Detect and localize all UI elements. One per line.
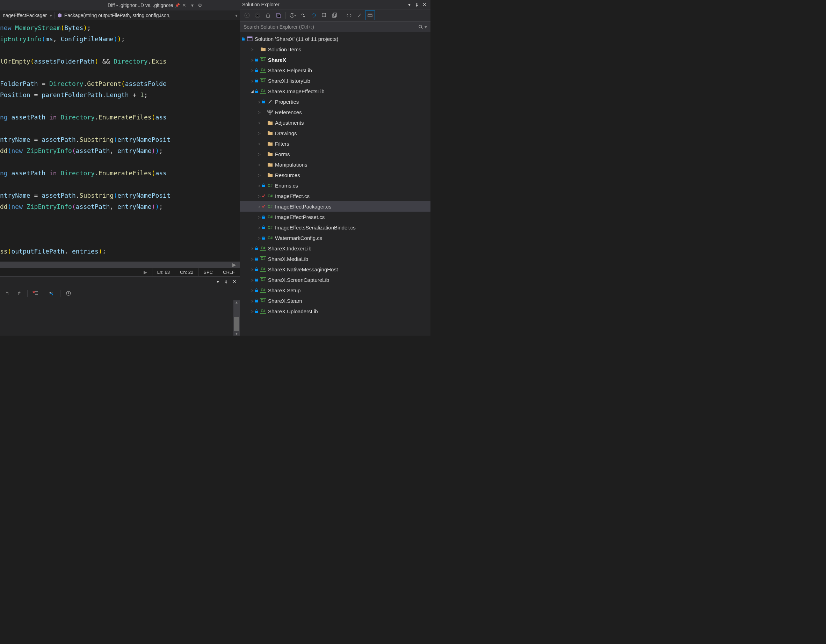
history-icon[interactable]	[63, 288, 74, 299]
tree-item[interactable]: ▷C#ShareX.Setup	[240, 285, 430, 296]
nav-back-icon[interactable]	[242, 11, 252, 20]
status-col[interactable]: Ch: 22	[175, 268, 198, 276]
expander-icon[interactable]: ▷	[250, 257, 255, 261]
expander-icon[interactable]: ▷	[257, 226, 262, 229]
expander-icon[interactable]: ▷	[257, 163, 262, 167]
show-all-files-icon[interactable]	[330, 11, 340, 20]
status-spc[interactable]: SPC	[198, 268, 218, 276]
collapse-all-icon[interactable]	[319, 11, 329, 20]
breadcrumb-method[interactable]: Package(string outputFilePath, string co…	[54, 12, 173, 18]
expander-icon[interactable]: ▷	[257, 215, 262, 219]
editor-hscrollbar[interactable]: ▶	[0, 262, 240, 268]
tree-item[interactable]: ▷C#ShareX.HistoryLib	[240, 76, 430, 86]
refresh-icon[interactable]	[309, 11, 319, 20]
nav-fwd-icon[interactable]	[253, 11, 262, 20]
expander-icon[interactable]: ▷	[250, 278, 255, 282]
tree-item[interactable]: ▷C#ShareX.ScreenCaptureLib	[240, 274, 430, 285]
tab-pin-icon[interactable]: 📌	[175, 3, 180, 8]
expander-icon[interactable]: ▷	[250, 246, 255, 251]
tree-item[interactable]: ▷C#ShareX.UploadersLib	[240, 306, 430, 316]
breadcrumb-class[interactable]: nageEffectPackager	[0, 12, 50, 18]
tree-item[interactable]: ▷References	[240, 107, 430, 117]
expander-icon[interactable]: ▷	[257, 173, 262, 177]
expander-icon[interactable]: ▷	[250, 268, 255, 271]
expander-icon[interactable]: ▷	[257, 205, 262, 209]
se-close-icon[interactable]: ✕	[421, 1, 429, 8]
expander-icon[interactable]: ▷	[250, 48, 255, 51]
tree-item[interactable]: ▷C#ShareX.MediaLib	[240, 254, 430, 264]
tree-root[interactable]: Solution 'ShareX' (11 of 11 projects)	[240, 34, 430, 44]
view-code-icon[interactable]	[344, 11, 354, 20]
switch-views-icon[interactable]	[273, 11, 283, 20]
expander-icon[interactable]: ▷	[250, 79, 255, 83]
tree-item[interactable]: ▷Drawings	[240, 128, 430, 138]
tree-item[interactable]: ▷C#ImageEffect.cs	[240, 191, 430, 201]
expander-icon[interactable]: ▷	[257, 194, 262, 198]
scroll-up-icon[interactable]: ▲	[235, 300, 238, 304]
tree-item[interactable]: ▷Manipulations	[240, 159, 430, 170]
se-pin-icon[interactable]	[413, 1, 421, 8]
solution-explorer-search[interactable]: ▾	[240, 22, 430, 32]
tree-item[interactable]: ▷C#WatermarkConfig.cs	[240, 232, 430, 243]
tree-item[interactable]: ▷C#ImageEffectsSerializationBinder.cs	[240, 222, 430, 232]
home-icon[interactable]	[263, 11, 273, 20]
tree-item[interactable]: ▷C#ImageEffectPackager.cs	[240, 201, 430, 212]
tab-diff[interactable]: Diff - .gitignor...D vs. .gitignore 📌 ✕	[105, 0, 189, 11]
tab-close-icon[interactable]: ✕	[182, 2, 186, 8]
scroll-down-icon[interactable]: ▼	[235, 332, 238, 336]
sync-icon[interactable]	[298, 11, 308, 20]
bottom-pin-icon[interactable]	[222, 278, 230, 285]
expander-icon[interactable]: ▷	[250, 68, 255, 72]
expander-icon[interactable]: ▷	[257, 110, 262, 114]
tree-item[interactable]: ▷Forms	[240, 149, 430, 159]
tree-item[interactable]: ▷C#ImageEffectPreset.cs	[240, 212, 430, 222]
tree-item[interactable]: ▷C#Enums.cs	[240, 180, 430, 191]
search-dropdown-icon[interactable]: ▾	[423, 24, 427, 30]
expander-icon[interactable]: ▷	[250, 288, 255, 292]
tree-item[interactable]: ▷Adjustments	[240, 117, 430, 128]
expander-icon[interactable]: ▷	[257, 131, 262, 135]
expander-icon[interactable]: ▷	[250, 310, 255, 313]
expander-icon[interactable]: ▷	[257, 152, 262, 156]
bottom-close-icon[interactable]: ✕	[231, 278, 238, 285]
tree-item[interactable]: ▷Solution Items	[240, 44, 430, 54]
tree-item[interactable]: ▷C#ShareX.HelpersLib	[240, 65, 430, 76]
bottom-dropdown-icon[interactable]: ▾	[214, 278, 222, 285]
tree-item[interactable]: ▷C#ShareX	[240, 54, 430, 65]
status-line[interactable]: Ln: 63	[152, 268, 175, 276]
expander-icon[interactable]: ▷	[257, 100, 262, 104]
code-editor[interactable]: new MemoryStream(Bytes); ipEntryInfo(ms,…	[0, 20, 240, 262]
expander-icon[interactable]: ▷	[257, 142, 262, 146]
tree-item[interactable]: ▷C#ShareX.NativeMessagingHost	[240, 264, 430, 274]
status-play-icon[interactable]: ▶	[139, 268, 152, 276]
properties-icon[interactable]	[355, 11, 365, 20]
tree-item[interactable]: ▷C#ShareX.Steam	[240, 296, 430, 306]
preview-selected-icon[interactable]	[365, 11, 375, 20]
arrow-right-up-icon[interactable]: ↱	[14, 288, 25, 299]
expander-icon[interactable]: ▷	[257, 121, 262, 125]
se-dropdown-icon[interactable]: ▾	[405, 1, 413, 8]
arrow-left-up-icon[interactable]: ↰	[2, 288, 12, 299]
search-loop-icon[interactable]: ab	[47, 288, 57, 299]
expander-icon[interactable]: ▷	[257, 184, 262, 187]
tree-item[interactable]: ▷Filters	[240, 138, 430, 149]
tree-item[interactable]: ▷C#ShareX.IndexerLib	[240, 243, 430, 254]
pending-changes-icon[interactable]: ▾	[288, 11, 298, 20]
expander-icon[interactable]: ◢	[250, 90, 255, 93]
scroll-right-icon[interactable]: ▶	[229, 262, 240, 268]
expander-icon[interactable]: ▷	[250, 58, 255, 62]
breadcrumb-class-dropdown-icon[interactable]: ▾	[50, 12, 54, 18]
tab-dropdown-icon[interactable]: ▾	[189, 2, 196, 8]
search-icon[interactable]	[416, 25, 423, 29]
tab-gear-icon[interactable]: ⚙	[196, 2, 204, 8]
clear-list-icon[interactable]	[30, 288, 41, 299]
expander-icon[interactable]: ▷	[257, 236, 262, 240]
tree-item[interactable]: ▷Resources	[240, 170, 430, 180]
tree-item[interactable]: ▷Properties	[240, 96, 430, 107]
expander-icon[interactable]: ▷	[250, 299, 255, 303]
status-crlf[interactable]: CRLF	[218, 268, 240, 276]
tree-item[interactable]: ◢C#ShareX.ImageEffectsLib	[240, 86, 430, 96]
scrollbar-thumb[interactable]	[234, 317, 239, 331]
search-input[interactable]	[244, 24, 416, 30]
breadcrumb-method-dropdown-icon[interactable]: ▾	[235, 12, 240, 18]
